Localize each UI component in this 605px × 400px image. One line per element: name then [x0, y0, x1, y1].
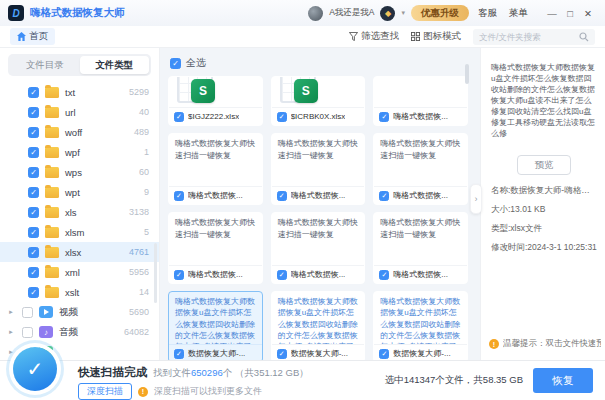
- filter-button[interactable]: 筛选查找: [349, 30, 399, 43]
- card-filename: 数据恢复大师-...: [393, 348, 450, 359]
- card-preview: 嗨格式数据恢复大师快速扫描一键恢复: [169, 134, 262, 186]
- file-card[interactable]: S$ICRBK0X.xlsx: [271, 76, 366, 126]
- sidebar-item-xml[interactable]: xml5956: [0, 262, 159, 282]
- item-checkbox[interactable]: [28, 187, 39, 198]
- card-checkbox[interactable]: [277, 191, 287, 201]
- sidebar-item-xslt[interactable]: xslt14: [0, 282, 159, 302]
- support-link[interactable]: 客服: [478, 7, 497, 20]
- recover-button[interactable]: 恢复: [533, 368, 593, 393]
- select-all-row[interactable]: 全选: [170, 56, 468, 70]
- search-box[interactable]: [473, 29, 595, 45]
- card-checkbox[interactable]: [379, 349, 389, 359]
- card-checkbox[interactable]: [379, 191, 389, 201]
- upgrade-button[interactable]: 优惠升级: [411, 5, 469, 21]
- sidebar-item-txt[interactable]: txt5299: [0, 82, 159, 102]
- panel-collapse-button[interactable]: ›: [470, 184, 482, 214]
- chevron-down-icon[interactable]: ▾: [401, 9, 405, 17]
- search-icon[interactable]: [579, 32, 589, 42]
- status-bar: ✓ 快速扫描完成 找到文件650296个 （共351.12 GB） 深度扫描 !…: [0, 360, 605, 400]
- item-count: 3138: [129, 207, 149, 217]
- sidebar-item-wps[interactable]: wps60: [0, 162, 159, 182]
- file-card[interactable]: 嗨格式数据恢复大师数据恢复u盘文件损坏怎么恢复数据回收站删除的文件怎么恢复数据恢…: [271, 291, 366, 360]
- scan-found-text: 找到文件650296个 （共351.12 GB）: [153, 367, 309, 380]
- file-card[interactable]: 嗨格式数据恢复大师快速扫描一键恢复嗨格式数据恢...: [373, 212, 468, 284]
- detail-field-1: 大小:13.01 KB: [491, 204, 597, 216]
- sidebar-item-视频[interactable]: ►视频5690: [0, 302, 159, 322]
- item-checkbox[interactable]: [22, 327, 33, 338]
- card-checkbox[interactable]: [174, 191, 184, 201]
- sidebar-item-xlsm[interactable]: xlsm5: [0, 222, 159, 242]
- item-checkbox[interactable]: [28, 207, 39, 218]
- sidebar-item-wpf[interactable]: wpf1: [0, 142, 159, 162]
- card-checkbox[interactable]: [277, 270, 287, 280]
- menu-link[interactable]: 菜单: [509, 7, 528, 20]
- file-card[interactable]: 嗨格式数据恢复大师快速扫描一键恢复嗨格式数据恢...: [271, 133, 366, 205]
- excel-icon: S: [294, 79, 318, 103]
- select-all-label: 全选: [186, 56, 206, 70]
- expand-arrow-icon[interactable]: ►: [8, 349, 16, 355]
- file-preview-text: 嗨格式数据恢复大师数据恢复u盘文件损坏怎么恢复数据回收站删除的文件怎么恢复数据恢…: [491, 62, 597, 139]
- item-checkbox[interactable]: [28, 247, 39, 258]
- vip-badge-icon[interactable]: ◆: [380, 6, 395, 21]
- grid-scrollbar[interactable]: [465, 64, 469, 84]
- item-checkbox[interactable]: [28, 107, 39, 118]
- item-checkbox[interactable]: [28, 87, 39, 98]
- card-checkbox[interactable]: [174, 112, 184, 122]
- card-checkbox[interactable]: [379, 112, 389, 122]
- select-all-checkbox[interactable]: [170, 58, 181, 69]
- sidebar-item-wpt[interactable]: wpt9: [0, 182, 159, 202]
- avatar[interactable]: [308, 6, 323, 21]
- maximize-button[interactable]: □: [561, 8, 579, 19]
- tab-file-directory[interactable]: 文件目录: [10, 56, 80, 74]
- close-button[interactable]: ✕: [579, 8, 597, 19]
- icon-mode-button[interactable]: 图标模式: [411, 30, 461, 43]
- folder-icon: [45, 107, 59, 118]
- tab-file-type[interactable]: 文件类型: [80, 56, 150, 74]
- card-checkbox[interactable]: [174, 270, 184, 280]
- expand-arrow-icon[interactable]: ►: [8, 309, 16, 315]
- item-count: 4761: [129, 247, 149, 257]
- card-preview: 嗨格式数据恢复大师快速扫描一键恢复: [169, 213, 262, 265]
- card-name-row: $IGJZ222.xlsx: [169, 107, 262, 125]
- item-checkbox[interactable]: [28, 167, 39, 178]
- file-card[interactable]: 嗨格式数据恢复大师快速扫描一键恢复嗨格式数据恢...: [373, 133, 468, 205]
- card-checkbox[interactable]: [277, 112, 287, 122]
- sidebar-item-url[interactable]: url40: [0, 102, 159, 122]
- card-name-row: 嗨格式数据恢...: [374, 107, 467, 125]
- search-input[interactable]: [479, 32, 575, 42]
- sidebar-item-woff[interactable]: woff489: [0, 122, 159, 142]
- item-checkbox[interactable]: [28, 267, 39, 278]
- item-label: 音频: [59, 326, 78, 339]
- file-card[interactable]: S$IGJZ222.xlsx: [168, 76, 263, 126]
- file-card[interactable]: 嗨格式数据恢复大师快速扫描一键恢复嗨格式数据恢...: [168, 212, 263, 284]
- card-preview: 嗨格式数据恢复大师快速扫描一键恢复: [272, 134, 365, 186]
- card-name-row: 数据恢复大师-...: [272, 344, 365, 360]
- sidebar-scrollbar[interactable]: [154, 243, 157, 303]
- sidebar-item-xls[interactable]: xls3138: [0, 202, 159, 222]
- file-detail-fields: 名称:数据恢复大师-嗨格式.x...大小:13.01 KB类型:xlsx文件修改…: [491, 185, 597, 254]
- item-count: 5690: [129, 307, 149, 317]
- sidebar-item-音频[interactable]: ►音频64082: [0, 322, 159, 342]
- file-card[interactable]: 嗨格式数据恢复大师数据恢复u盘文件损坏怎么恢复数据回收站删除的文件怎么恢复数据恢…: [168, 291, 263, 360]
- item-checkbox[interactable]: [22, 307, 33, 318]
- file-card[interactable]: 嗨格式数据恢复大师数据恢复u盘文件损坏怎么恢复数据回收站删除的文件怎么恢复数据恢…: [373, 291, 468, 360]
- item-checkbox[interactable]: [28, 227, 39, 238]
- item-checkbox[interactable]: [28, 127, 39, 138]
- item-checkbox[interactable]: [28, 147, 39, 158]
- card-filename: 数据恢复大师-...: [188, 348, 245, 359]
- sidebar-item-xlsx[interactable]: xlsx4761: [0, 242, 159, 262]
- preview-button[interactable]: 预览: [517, 155, 571, 175]
- minimize-button[interactable]: —: [543, 8, 561, 19]
- file-card[interactable]: 嗨格式数据恢复大师快速扫描一键恢复嗨格式数据恢...: [271, 212, 366, 284]
- home-button[interactable]: 首页: [10, 28, 55, 45]
- card-preview: [374, 77, 467, 107]
- file-card[interactable]: 嗨格式数据恢...: [373, 76, 468, 126]
- file-card[interactable]: 嗨格式数据恢复大师快速扫描一键恢复嗨格式数据恢...: [168, 133, 263, 205]
- deep-scan-button[interactable]: 深度扫描: [78, 383, 132, 400]
- card-checkbox[interactable]: [379, 270, 389, 280]
- card-checkbox[interactable]: [277, 349, 287, 359]
- folder-icon: [45, 167, 59, 178]
- card-checkbox[interactable]: [174, 349, 184, 359]
- expand-arrow-icon[interactable]: ►: [8, 329, 16, 335]
- item-checkbox[interactable]: [28, 287, 39, 298]
